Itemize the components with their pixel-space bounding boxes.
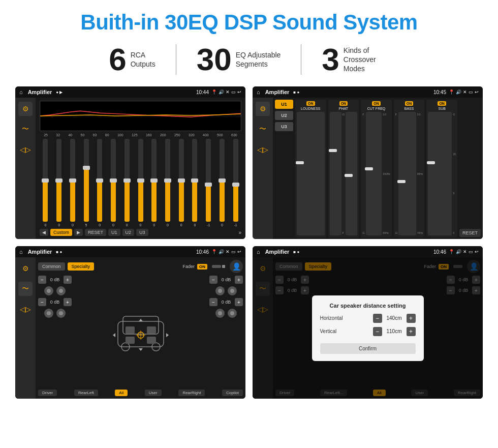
fader-minus-1[interactable]: − bbox=[38, 276, 46, 284]
home-icon-2[interactable]: ⌂ bbox=[257, 89, 260, 95]
location-icon-4: 📍 bbox=[449, 249, 454, 254]
amp-bass-on: ON bbox=[405, 101, 414, 106]
amp-cutfreq-label: CUT FREQ bbox=[367, 107, 386, 110]
status-time-area-2: 10:45 📍 🔊 ✕ ▭ ↩ bbox=[433, 89, 479, 95]
dialog-horizontal-label: Horizontal bbox=[320, 315, 343, 321]
dialog-confirm-button[interactable]: Confirm bbox=[320, 343, 416, 354]
amp-cutfreq-on: ON bbox=[372, 101, 381, 106]
home-icon-4[interactable]: ⌂ bbox=[257, 249, 260, 255]
sidebar-speaker-icon-2[interactable]: ◁▷ bbox=[256, 142, 270, 157]
eq-slider-11: 0 bbox=[189, 139, 201, 227]
sidebar-wave-icon-3[interactable]: 〜 bbox=[18, 282, 33, 296]
home-icon-1[interactable]: ⌂ bbox=[19, 89, 23, 95]
eq-u2-button[interactable]: U2 bbox=[122, 229, 135, 236]
fader-db-row-4: − 0 dB + bbox=[209, 298, 243, 306]
back-icon-3[interactable]: ↩ bbox=[237, 249, 241, 254]
eq-slider-track-0[interactable] bbox=[43, 139, 48, 222]
stat-text-crossover: Kinds ofCrossover Modes bbox=[344, 46, 389, 74]
eq-custom-button[interactable]: Custom bbox=[50, 229, 72, 236]
freq-label-10: 250 bbox=[174, 133, 180, 137]
fader-user-button[interactable]: User bbox=[145, 390, 162, 396]
screenshots-grid: ⌂ Amplifier ● ▶ 10:44 📍 🔊 ✕ ▭ ↩ ⚙ bbox=[15, 86, 483, 399]
amp-bass-group: ON BASS F G 3 bbox=[394, 100, 425, 237]
fader-plus-3[interactable]: + bbox=[235, 276, 243, 284]
volume-icon-4: 🔊 bbox=[456, 249, 461, 254]
amp-reset-button[interactable]: RESET bbox=[459, 229, 481, 237]
eq-prev-button[interactable]: ◀ bbox=[40, 229, 48, 236]
stat-number-crossover: 3 bbox=[322, 44, 339, 75]
speaker-tl bbox=[44, 286, 53, 295]
stat-number-rca: 6 bbox=[109, 44, 126, 75]
fader-db-row-1: − 0 dB + bbox=[38, 276, 72, 284]
dialog-vertical-plus[interactable]: + bbox=[407, 327, 416, 336]
amp-phat-label: PHAT bbox=[339, 107, 348, 110]
amp-sub-slider[interactable] bbox=[428, 112, 452, 235]
fader-minus-3[interactable]: − bbox=[209, 276, 217, 284]
dialog-vertical-minus[interactable]: − bbox=[373, 327, 382, 336]
back-icon-4[interactable]: ↩ bbox=[475, 249, 479, 254]
status-time-2: 10:45 bbox=[433, 89, 446, 95]
sidebar-speaker-icon[interactable]: ◁▷ bbox=[18, 142, 33, 157]
amp-loudness-slider[interactable] bbox=[297, 112, 325, 235]
volume-icon-2: 🔊 bbox=[456, 89, 461, 95]
amp-cutfreq-slider[interactable] bbox=[366, 112, 382, 235]
sidebar-speaker-icon-3[interactable]: ◁▷ bbox=[18, 302, 33, 316]
eq-slider-3: 5 bbox=[80, 139, 92, 227]
screen-body-2: ⚙ 〜 ◁▷ U1 U2 U3 ON LOUDNESS bbox=[253, 98, 483, 239]
sidebar-eq-icon-2[interactable]: ⚙ bbox=[256, 102, 270, 116]
status-dots-1: ● ▶ bbox=[56, 90, 63, 95]
amp-u1-button[interactable]: U1 bbox=[275, 100, 293, 109]
dialog-horizontal-value: 140cm bbox=[385, 315, 404, 321]
speaker-r-tl bbox=[215, 286, 225, 295]
sidebar-wave-icon-2[interactable]: 〜 bbox=[256, 122, 270, 136]
eq-u1-button[interactable]: U1 bbox=[108, 229, 120, 236]
fader-minus-2[interactable]: − bbox=[38, 298, 46, 306]
eq-u3-button[interactable]: U3 bbox=[136, 229, 148, 236]
freq-label-2: 40 bbox=[68, 133, 72, 137]
amp-u2-button[interactable]: U2 bbox=[275, 111, 293, 120]
dialog-horizontal-minus[interactable]: − bbox=[373, 314, 382, 323]
amp-cutfreq-group: ON CUT FREQ F G bbox=[361, 100, 392, 237]
eq-play-button[interactable]: ▶ bbox=[74, 229, 83, 236]
sidebar-eq-icon[interactable]: ⚙ bbox=[18, 102, 33, 116]
fader-minus-4[interactable]: − bbox=[209, 298, 217, 306]
eq-reset-button[interactable]: RESET bbox=[85, 229, 106, 236]
fader-plus-1[interactable]: + bbox=[64, 276, 72, 284]
back-icon-1[interactable]: ↩ bbox=[237, 89, 241, 95]
status-time-3: 10:46 bbox=[196, 249, 209, 255]
amp-bass-slider[interactable] bbox=[398, 112, 416, 235]
dialog-horizontal-plus[interactable]: + bbox=[407, 314, 416, 323]
svg-rect-7 bbox=[147, 326, 156, 334]
status-icons-2: 📍 🔊 ✕ ▭ ↩ bbox=[449, 89, 479, 95]
amp-phat-slider-g[interactable] bbox=[330, 112, 341, 235]
fader-slider-h[interactable] bbox=[212, 265, 221, 268]
fader-rearright-button[interactable]: RearRight bbox=[178, 390, 205, 396]
home-icon-3[interactable]: ⌂ bbox=[19, 249, 23, 255]
fader-common-tab[interactable]: Common bbox=[38, 262, 65, 271]
amp-u3-button[interactable]: U3 bbox=[275, 122, 293, 131]
dialog-horizontal-controls: − 140cm + bbox=[373, 314, 416, 323]
speaker-distance-dialog: Car speaker distance setting Horizontal … bbox=[312, 295, 424, 361]
fader-driver-button[interactable]: Driver bbox=[38, 390, 57, 396]
back-icon-2[interactable]: ↩ bbox=[475, 89, 479, 95]
fader-specialty-tab[interactable]: Specialty bbox=[68, 262, 95, 271]
page: Buith-in 30EQ DSP Sound System 6 RCAOutp… bbox=[0, 0, 498, 409]
fader-plus-2[interactable]: + bbox=[64, 298, 72, 306]
freq-label-6: 100 bbox=[117, 133, 123, 137]
fader-rearleft-button[interactable]: RearLeft bbox=[74, 390, 98, 396]
fader-all-button[interactable]: All bbox=[115, 390, 128, 396]
stat-eq: 30 EQ AdjustableSegments bbox=[176, 44, 301, 75]
sidebar-eq-icon-3[interactable]: ⚙ bbox=[18, 261, 33, 276]
svg-rect-8 bbox=[126, 337, 135, 344]
fader-db-value-1: 0 dB bbox=[48, 277, 62, 282]
volume-icon-3: 🔊 bbox=[219, 249, 224, 254]
fader-copilot-button[interactable]: Copilot bbox=[222, 390, 243, 396]
sidebar-wave-icon[interactable]: 〜 bbox=[18, 122, 33, 136]
amp-phat-slider-f[interactable] bbox=[346, 112, 357, 235]
freq-label-9: 200 bbox=[160, 133, 166, 137]
stat-rca: 6 RCAOutputs bbox=[88, 44, 176, 75]
dialog-vertical-label: Vertical bbox=[320, 328, 337, 334]
dialog-vertical-row: Vertical − 110cm + bbox=[320, 327, 416, 336]
left-sidebar-1: ⚙ 〜 ◁▷ bbox=[15, 98, 36, 239]
fader-plus-4[interactable]: + bbox=[235, 298, 243, 306]
